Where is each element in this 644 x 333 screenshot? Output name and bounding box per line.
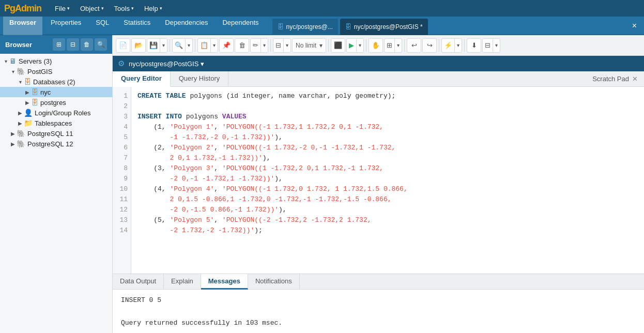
more-dropdown[interactable]: ⊟ ▾ [482,38,500,53]
explain-button[interactable]: ✋ [369,38,383,53]
copy-dropdown[interactable]: 📋 ▾ [197,38,218,53]
toggle-servers[interactable]: ▾ [2,58,9,64]
macros-button[interactable]: ⚡ [442,38,454,53]
view-arrow-icon[interactable]: ▾ [394,38,402,53]
tree-item-databases[interactable]: ▾ 🗄 Databases (2) [0,77,112,87]
edit-button[interactable]: ✏ [251,38,260,53]
run-arrow-icon[interactable]: ▾ [356,38,363,53]
tab-sql[interactable]: SQL [89,17,115,35]
sidebar-grid-btn[interactable]: ⊟ [67,38,79,51]
output-tab-data[interactable]: Data Output [113,274,164,289]
output-tab-messages[interactable]: Messages [201,274,248,290]
sep-4 [328,39,329,52]
app-logo: PgAdmin [4,3,41,14]
run-button[interactable]: ▶ [347,38,356,53]
tree-item-postgres[interactable]: ▶ 🗄 postgres [0,97,112,108]
tree-item-tablespaces[interactable]: ▶ 📁 Tablespaces [0,118,112,128]
download-button[interactable]: ⬇ [467,38,481,53]
connection-tab-1[interactable]: 🗄 nyc/postgres@... [272,19,338,35]
tab-browser[interactable]: Browser [3,17,42,35]
save-arrow-icon[interactable]: ▾ [160,38,167,53]
toggle-login-roles[interactable]: ▶ [17,110,24,116]
tree-item-servers[interactable]: ▾ 🖥 Servers (3) [0,56,112,66]
output-line-3: Query returned successfully in 103 msec. [121,317,636,329]
toggle-postgres[interactable]: ▶ [24,100,31,105]
tab-properties[interactable]: Properties [44,17,87,35]
rollback-button[interactable]: ↪ [422,38,437,53]
find-arrow-icon[interactable]: ▾ [185,38,192,53]
find-dropdown[interactable]: 🔍 ▾ [172,38,193,53]
sidebar-tree: ▾ 🖥 Servers (3) ▾ 🐘 PostGIS ▾ 🗄 Database… [0,54,112,333]
save-dropdown[interactable]: 💾 ▾ [147,38,167,53]
tree-item-pg12[interactable]: ▶ 🐘 PostgreSQL 12 [0,139,112,149]
toggle-pg11[interactable]: ▶ [9,131,17,137]
commit-button[interactable]: ↩ [407,38,421,53]
code-line-10: (4, 'Polygon 4', 'POLYGON((-1 1.732,0 1.… [137,184,638,194]
output-content: INSERT 0 5 Query returned successfully i… [113,290,644,333]
more-arrow-icon[interactable]: ▾ [493,38,500,53]
find-button[interactable]: 🔍 [173,38,185,53]
code-line-14: -2 1.732,-2 -1.732))'); [137,225,638,236]
postgres-db-icon: 🗄 [31,98,38,107]
tree-item-postgis[interactable]: ▾ 🐘 PostGIS [0,66,112,77]
more-button[interactable]: ⊟ [483,38,493,53]
postgis-icon: 🐘 [17,67,25,75]
run-dropdown[interactable]: ▶ ▾ [346,38,364,53]
pg11-label: PostgreSQL 11 [27,130,73,138]
scratch-pad-close-button[interactable]: ✕ [632,75,638,83]
menu-object[interactable]: Object ▾ [75,0,109,17]
view-dropdown[interactable]: ⊞ ▾ [384,38,402,53]
sidebar-search-btn[interactable]: 🔍 [95,38,107,51]
db-icon-1: 🗄 [278,23,284,31]
databases-icon: 🗄 [24,78,31,86]
tree-item-pg11[interactable]: ▶ 🐘 PostgreSQL 11 [0,128,112,139]
copy-arrow-icon[interactable]: ▾ [210,38,218,53]
toggle-databases[interactable]: ▾ [17,79,24,85]
menu-help[interactable]: Help ▾ [139,0,167,17]
tree-item-nyc[interactable]: ▶ 🗄 nyc [0,87,112,97]
connection-label[interactable]: nyc/postgres@PostGIS ▾ [129,60,204,68]
toggle-nyc[interactable]: ▶ [24,89,31,95]
macros-arrow-icon[interactable]: ▾ [454,38,462,53]
edit-dropdown[interactable]: ✏ ▾ [250,38,268,53]
new-file-button[interactable]: 📄 [116,38,130,53]
toggle-pg12[interactable]: ▶ [9,141,17,147]
tab-query-editor[interactable]: Query Editor [113,71,171,87]
save-button[interactable]: 💾 [147,38,160,53]
view-button[interactable]: ⊞ [385,38,394,53]
toggle-tablespaces[interactable]: ▶ [17,120,24,126]
sidebar-object-btn[interactable]: ⊞ [53,38,65,51]
no-limit-arrow-icon: ▾ [319,42,323,49]
connection-tab-2[interactable]: 🗄 nyc/postgres@PostGIS * [340,19,428,35]
toggle-postgis[interactable]: ▾ [9,69,17,74]
tab-query-history[interactable]: Query History [171,71,228,86]
menu-tools[interactable]: Tools ▾ [109,0,139,17]
no-limit-select[interactable]: No limit ▾ [292,38,326,53]
filter-dropdown[interactable]: ⊟ ▾ [273,38,291,53]
paste-button[interactable]: 📌 [219,38,234,53]
delete-button[interactable]: 🗑 [235,38,249,53]
filter-button[interactable]: ⊟ [273,38,283,53]
close-connection-button[interactable]: × [628,21,641,31]
output-tabs: Data Output Explain Messages Notificatio… [113,274,644,290]
code-editor[interactable]: CREATE TABLE polygons (id integer, name … [131,87,644,274]
copy-button[interactable]: 📋 [198,38,210,53]
macros-dropdown[interactable]: ⚡ ▾ [441,38,462,53]
login-roles-label: Login/Group Roles [35,109,90,117]
tab-statistics[interactable]: Statistics [117,17,157,35]
open-file-button[interactable]: 📂 [131,38,146,53]
tree-item-login-roles[interactable]: ▶ 👤 Login/Group Roles [0,108,112,118]
postgres-label: postgres [40,99,66,107]
nyc-label: nyc [40,88,51,96]
edit-arrow-icon[interactable]: ▾ [260,38,268,53]
menu-file[interactable]: File ▾ [50,0,75,17]
stop-button[interactable]: ⬛ [331,38,345,53]
sidebar-delete-btn[interactable]: 🗑 [81,38,93,51]
filter-arrow-icon[interactable]: ▾ [283,38,290,53]
tab-dependents[interactable]: Dependents [216,17,265,35]
second-toolbar: Browser Properties SQL Statistics Depend… [0,17,644,35]
output-tab-notifications[interactable]: Notifications [248,274,300,289]
tab-dependencies[interactable]: Dependencies [159,17,214,35]
output-tab-explain[interactable]: Explain [164,274,201,289]
code-line-8: (3, 'Polygon 3', 'POLYGON((1 -1.732,2 0,… [137,163,638,174]
